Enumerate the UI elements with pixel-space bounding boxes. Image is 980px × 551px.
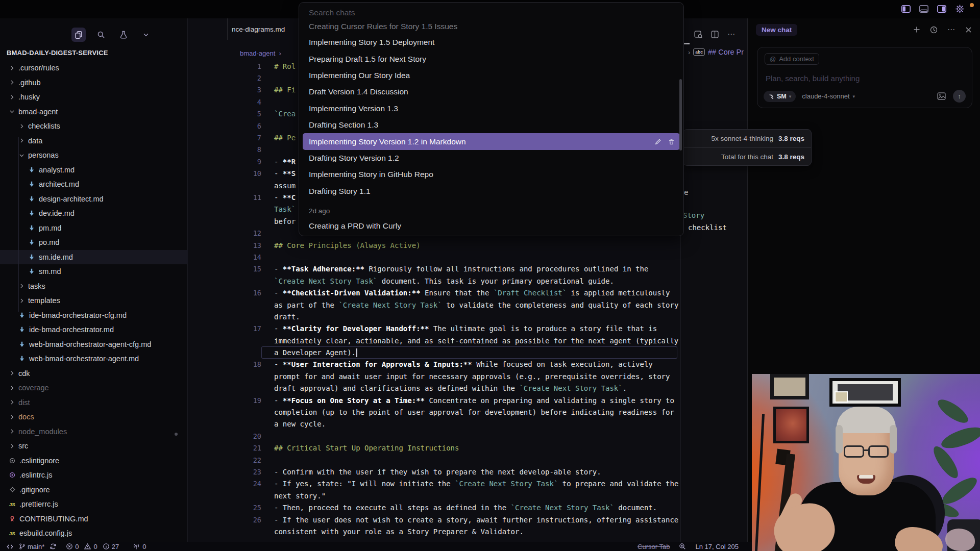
zoom-icon[interactable] [679, 543, 686, 550]
tree-item-label: CONTRIBUTING.md [19, 515, 88, 523]
tree-file-ide-bmad-orchestrator.md[interactable]: ide-bmad-orchestrator.md [0, 322, 188, 337]
rename-chat-icon[interactable] [654, 138, 662, 145]
sync-icon[interactable] [50, 543, 57, 550]
chat-history-item[interactable]: Preparing Draft 1.5 for Next Story [299, 51, 683, 67]
tree-file-po.md[interactable]: po.md [0, 235, 188, 250]
model-picker[interactable]: claude-4-sonnet ▾ [802, 92, 855, 100]
split-editor-search-icon[interactable] [694, 31, 702, 38]
tree-file-ide-bmad-orchestrator-cfg.md[interactable]: ide-bmad-orchestrator-cfg.md [0, 308, 188, 323]
close-panel-icon[interactable] [965, 27, 972, 33]
tree-folder-.github[interactable]: .github [0, 76, 188, 90]
code-fragment: Story [683, 211, 704, 219]
chat-history-item[interactable]: Drafting Story Version 1.2 [299, 150, 683, 166]
tree-folder-tasks[interactable]: tasks [0, 279, 188, 294]
attach-image-icon[interactable] [937, 92, 946, 100]
split-editor-pane[interactable]: ⋯ › abc ## Core Pr e Story checklist [681, 18, 747, 542]
tree-file-CONTRIBUTING.md[interactable]: CONTRIBUTING.md [0, 512, 188, 527]
warnings-status[interactable]: 0 [84, 543, 97, 550]
project-title[interactable]: BMAD-DAILY-DIGEST-SERVICE [7, 49, 108, 57]
tree-folder-cdk[interactable]: cdk [0, 366, 188, 381]
split-pane-breadcrumb[interactable]: › abc ## Core Pr [688, 48, 747, 56]
tree-file-sm.ide.md[interactable]: sm.ide.md [0, 250, 188, 265]
tree-file-esbuild.config.js[interactable]: JSesbuild.config.js [0, 526, 188, 541]
breadcrumb[interactable]: bmad-agent › [240, 47, 281, 59]
tree-folder-personas[interactable]: personas [0, 148, 188, 163]
chevron-down-icon: ▾ [789, 94, 792, 99]
tree-folder-coverage[interactable]: coverage [0, 381, 188, 395]
tree-folder-.cursor/rules[interactable]: .cursor/rules [0, 61, 188, 76]
chevron-right-icon [7, 370, 16, 377]
tree-file-.gitignore[interactable]: .gitignore [0, 483, 188, 497]
chevron-down-icon[interactable] [139, 28, 153, 42]
history-icon[interactable] [930, 26, 938, 34]
copy-files-icon[interactable] [71, 28, 86, 42]
tree-folder-docs[interactable]: docs [0, 410, 188, 424]
add-context-label: Add context [779, 55, 814, 63]
tree-file-web-bmad-orchestrator-agent-cfg.md[interactable]: web-bmad-orchestrator-agent-cfg.md [0, 337, 188, 352]
chat-history-item[interactable]: Implementing Version 1.3 [299, 101, 683, 117]
tree-file-.eslintrc.js[interactable]: .eslintrc.js [0, 468, 188, 483]
line-number: 9 [188, 158, 261, 166]
chat-history-item[interactable]: Drafting Story 1.1 [299, 183, 683, 199]
tree-folder-src[interactable]: src [0, 439, 188, 454]
tree-folder-bmad-agent[interactable]: bmad-agent [0, 105, 188, 119]
chat-history-item[interactable]: Implementing Story 1.5 Deployment [299, 34, 683, 51]
more-options-icon[interactable]: ⋯ [947, 25, 955, 34]
cursor-tab-toggle[interactable]: Cursor Tab [638, 543, 670, 550]
tree-file-dev.ide.md[interactable]: dev.ide.md [0, 206, 188, 221]
ports-status[interactable]: 0 [132, 543, 146, 550]
settings-gear-icon[interactable] [954, 4, 965, 13]
chat-history-item[interactable]: Drafting Section 1.3 [299, 117, 683, 133]
layout-sidebar-left-icon[interactable] [901, 4, 911, 13]
line-number: 3 [188, 86, 261, 94]
editor-tab[interactable]: nce-diagrams.md [227, 18, 285, 40]
layout-sidebar-right-icon[interactable] [937, 4, 947, 13]
tree-folder-dist[interactable]: dist [0, 395, 188, 410]
chat-history-item[interactable]: Creating Cursor Rules for Story 1.5 Issu… [299, 22, 683, 34]
new-chat-icon[interactable] [913, 26, 920, 33]
md-file-icon [27, 181, 37, 188]
errors-status[interactable]: 0 [66, 543, 79, 550]
chat-history-item[interactable]: Creating a PRD with Curly [299, 218, 683, 234]
tree-file-architect.md[interactable]: architect.md [0, 177, 188, 192]
delete-chat-icon[interactable] [668, 138, 675, 145]
split-editor-icon[interactable] [711, 31, 719, 38]
cursor-position[interactable]: Ln 17, Col 205 [695, 543, 739, 550]
search-icon[interactable] [94, 28, 108, 42]
tree-file-.prettierrc.js[interactable]: JS.prettierrc.js [0, 497, 188, 512]
tree-file-web-bmad-orchestrator-agent.md[interactable]: web-bmad-orchestrator-agent.md [0, 352, 188, 366]
chat-history-item[interactable]: Implementing Our Story Idea [299, 67, 683, 84]
info-status[interactable]: 27 [103, 543, 119, 550]
picture-frame [829, 378, 901, 407]
chat-history-item[interactable]: Implementing Story Version 1.2 in Markdo… [303, 133, 680, 149]
dropdown-scrollbar[interactable] [679, 79, 682, 151]
chat-history-section-label: 2d ago [299, 199, 683, 218]
beaker-icon[interactable] [116, 28, 131, 42]
chat-history-list: Creating Cursor Rules for Story 1.5 Issu… [299, 22, 683, 234]
chat-input-box[interactable]: @ Add context Plan, search, build anythi… [757, 47, 972, 108]
send-button[interactable]: ↑ [953, 90, 966, 103]
tree-file-analyst.md[interactable]: analyst.md [0, 163, 188, 178]
tree-file-pm.md[interactable]: pm.md [0, 221, 188, 236]
tree-item-label: docs [18, 413, 34, 421]
layout-panel-bottom-icon[interactable] [919, 4, 929, 13]
tree-file-sm.md[interactable]: sm.md [0, 264, 188, 279]
agent-mode-picker[interactable]: SM ▾ [764, 91, 796, 102]
tree-folder-templates[interactable]: templates [0, 293, 188, 308]
new-chat-tab[interactable]: New chat [756, 24, 797, 36]
more-actions-icon[interactable]: ⋯ [727, 30, 736, 39]
tree-folder-data[interactable]: data [0, 134, 188, 148]
tree-folder-checklists[interactable]: checklists [0, 119, 188, 134]
remote-indicator-icon[interactable] [6, 543, 14, 550]
chat-history-item[interactable]: Draft Version 1.4 Discussion [299, 84, 683, 100]
search-chats-input[interactable]: Search chats [299, 3, 683, 23]
chat-history-item[interactable]: Implementing Story in GitHub Repo [299, 166, 683, 183]
tree-file-.eslintignore[interactable]: .eslintignore [0, 454, 188, 468]
tree-file-design-architect.md[interactable]: design-architect.md [0, 192, 188, 207]
add-context-chip[interactable]: @ Add context [765, 53, 819, 65]
line-number: 5 [188, 110, 261, 118]
tree-folder-node_modules[interactable]: node_modules [0, 424, 188, 439]
tree-folder-.husky[interactable]: .husky [0, 90, 188, 105]
git-branch-status[interactable]: main* [19, 543, 44, 550]
text-cursor [356, 348, 357, 357]
